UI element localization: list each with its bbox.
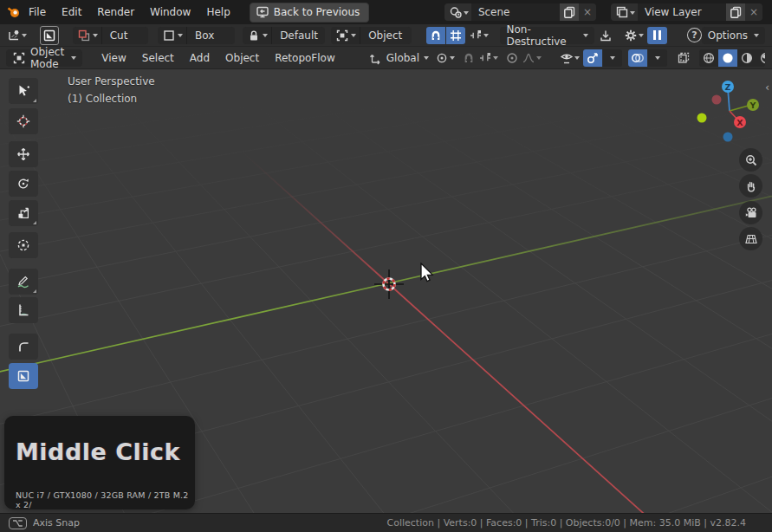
menu-render[interactable]: Render bbox=[89, 0, 142, 24]
collapse-sidebar-arrow[interactable]: ‹ bbox=[765, 81, 769, 94]
menu-add[interactable]: Add bbox=[182, 47, 217, 69]
menu-help[interactable]: Help bbox=[198, 0, 237, 24]
view-layer-selector: View Layer × bbox=[611, 3, 762, 21]
move-tool-icon bbox=[16, 147, 30, 161]
duplicate-icon bbox=[562, 5, 576, 19]
menu-edit[interactable]: Edit bbox=[54, 0, 89, 24]
object-tool-field: Object bbox=[331, 27, 412, 44]
lock-icon-dropdown[interactable] bbox=[243, 27, 272, 44]
snap-with-header-dropdown[interactable] bbox=[478, 49, 497, 67]
menu-window[interactable]: Window bbox=[142, 0, 198, 24]
object-icon bbox=[335, 29, 349, 42]
camera-view-icon bbox=[744, 206, 758, 220]
settings-dropdown[interactable] bbox=[622, 27, 645, 44]
object-mode-select[interactable]: Object Mode bbox=[6, 49, 82, 67]
mode-select[interactable]: Non-Destructive bbox=[500, 27, 594, 44]
object-mode-icon bbox=[12, 51, 26, 65]
snap-with-dropdown[interactable] bbox=[467, 27, 490, 44]
view-layer-remove-button[interactable]: × bbox=[745, 3, 762, 21]
xray-toggle-button[interactable] bbox=[674, 49, 693, 67]
3d-viewport[interactable]: User Perspective (1) Collection bbox=[0, 69, 772, 513]
blender-logo-icon[interactable] bbox=[7, 5, 21, 19]
options-dropdown[interactable]: Options bbox=[702, 27, 765, 44]
shading-rendered-icon bbox=[759, 51, 765, 65]
default-value[interactable]: Default bbox=[272, 27, 325, 44]
object-value[interactable]: Object bbox=[360, 27, 412, 44]
view-layer-name-field[interactable]: View Layer bbox=[638, 3, 726, 21]
cursor-tool-button[interactable] bbox=[9, 108, 38, 134]
snap-toggle-header-button[interactable] bbox=[459, 49, 478, 67]
measure-tool-button[interactable] bbox=[9, 297, 38, 323]
pan-button[interactable] bbox=[739, 174, 762, 198]
pan-hand-icon bbox=[744, 179, 758, 193]
shading-wireframe-button[interactable] bbox=[699, 49, 718, 67]
back-to-previous-button[interactable]: Back to Previous bbox=[250, 3, 370, 23]
menu-file[interactable]: File bbox=[21, 0, 54, 24]
snap-toggle-button[interactable] bbox=[426, 27, 445, 44]
chevron-down-icon bbox=[630, 11, 635, 17]
gizmos-toggle-button[interactable] bbox=[583, 49, 602, 67]
chevron-down-icon bbox=[22, 34, 27, 40]
scene-name-field[interactable]: Scene bbox=[471, 3, 560, 21]
menu-select[interactable]: Select bbox=[134, 47, 182, 69]
scale-tool-button[interactable] bbox=[9, 200, 38, 226]
falloff-dropdown[interactable] bbox=[522, 49, 541, 67]
tool-shelf bbox=[9, 78, 38, 389]
duplicate-icon bbox=[729, 5, 743, 19]
shading-material-button[interactable] bbox=[737, 49, 756, 67]
menu-retopoflow[interactable]: RetopoFlow bbox=[267, 47, 343, 69]
view-layer-browse-button[interactable] bbox=[611, 3, 638, 21]
overlays-toggle-button[interactable] bbox=[628, 49, 647, 67]
orientation-dropdown[interactable]: Global bbox=[362, 49, 435, 67]
visibility-dropdown[interactable] bbox=[560, 49, 579, 67]
view-name-label: User Perspective bbox=[68, 75, 155, 88]
tweak-tool-icon bbox=[16, 84, 30, 98]
extra-tool-button[interactable] bbox=[9, 334, 38, 360]
box-icon-dropdown[interactable] bbox=[158, 27, 187, 44]
snap-grid-toggle-button[interactable] bbox=[446, 27, 465, 44]
cut-value[interactable]: Cut bbox=[102, 27, 148, 44]
ortho-toggle-button[interactable] bbox=[739, 227, 762, 250]
orientation-icon bbox=[368, 51, 382, 65]
move-tool-button[interactable] bbox=[9, 141, 38, 167]
scene-unlink-button[interactable]: × bbox=[579, 3, 596, 21]
retopoflow-tool-button[interactable] bbox=[9, 363, 38, 389]
view-layer-duplicate-button[interactable] bbox=[726, 3, 745, 21]
gizmos-dropdown[interactable] bbox=[603, 49, 622, 67]
cut-icon-dropdown[interactable] bbox=[73, 27, 102, 44]
back-monitor-icon bbox=[256, 5, 269, 19]
gizmo-neg-z-ball bbox=[723, 133, 733, 142]
chevron-down-icon bbox=[263, 34, 268, 40]
import-button[interactable] bbox=[596, 27, 615, 44]
download-icon bbox=[599, 29, 613, 42]
box-value[interactable]: Box bbox=[187, 27, 235, 44]
snap-with-icon bbox=[478, 51, 492, 65]
menu-view[interactable]: View bbox=[94, 47, 133, 69]
active-tool-icon bbox=[42, 29, 56, 42]
scene-duplicate-button[interactable] bbox=[560, 3, 579, 21]
rotate-tool-button[interactable] bbox=[9, 171, 38, 197]
scene-browse-button[interactable] bbox=[444, 3, 471, 21]
shading-rendered-button[interactable] bbox=[756, 49, 765, 67]
help-button[interactable]: ? bbox=[687, 28, 702, 42]
screencast-overlay: Middle Click NUC i7 / GTX1080 / 32GB RAM… bbox=[4, 416, 195, 509]
overlays-dropdown[interactable] bbox=[648, 49, 667, 67]
shading-solid-button[interactable] bbox=[718, 49, 737, 67]
transform-tool-button[interactable] bbox=[9, 232, 38, 258]
navigation-gizmo[interactable]: Z Y X bbox=[689, 76, 769, 147]
menu-object[interactable]: Object bbox=[217, 47, 267, 69]
annotate-tool-button[interactable] bbox=[9, 269, 38, 295]
camera-view-button[interactable] bbox=[739, 201, 762, 224]
corner-tool-icon bbox=[16, 340, 30, 354]
active-tool-button[interactable] bbox=[40, 26, 58, 45]
pause-button[interactable] bbox=[647, 27, 667, 44]
proportional-edit-button[interactable] bbox=[503, 49, 522, 67]
object-icon-dropdown[interactable] bbox=[331, 27, 360, 44]
tweak-tool-button[interactable] bbox=[9, 78, 38, 104]
zoom-button[interactable] bbox=[739, 148, 762, 172]
retopoflow-tool-icon bbox=[16, 369, 30, 383]
mouse-cursor-icon bbox=[419, 263, 435, 285]
editor-type-button[interactable] bbox=[5, 27, 28, 44]
pivot-point-dropdown[interactable] bbox=[435, 49, 454, 67]
falloff-icon bbox=[522, 51, 535, 65]
